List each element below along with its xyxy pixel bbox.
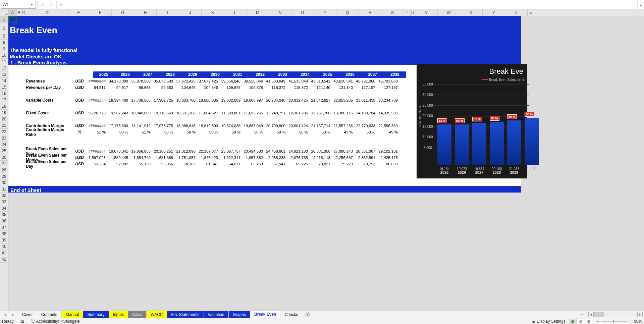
cell-value[interactable]: 50 % — [197, 130, 219, 134]
cell-value[interactable]: 2,256,687 — [332, 156, 354, 160]
column-header-Z[interactable]: Z — [505, 9, 528, 16]
cell-value[interactable]: 26,581,358 — [309, 149, 332, 153]
cell-value[interactable]: 56,056 — [152, 162, 174, 166]
cell-value[interactable]: 1,681,688 — [152, 156, 174, 160]
row-header-14[interactable]: 14 — [0, 78, 8, 84]
cell-value[interactable]: 50 % — [219, 130, 242, 134]
sheet-tab-manual[interactable]: Manual — [62, 311, 83, 318]
cell-value[interactable]: 11,064,527 — [197, 111, 219, 115]
row-header-18[interactable]: 18 — [0, 103, 8, 110]
cell-value[interactable]: 22,556,359 — [377, 124, 399, 128]
hscroll-left-icon[interactable]: ◄ — [588, 312, 594, 317]
row-header-19[interactable]: 19 — [0, 110, 8, 116]
cell-value[interactable]: 41,533,849 — [264, 79, 287, 83]
cell-value[interactable]: 35,878,500 — [152, 79, 174, 83]
cell-value[interactable]: 13,386,115 — [332, 111, 354, 115]
row-header-13[interactable]: 13 — [0, 71, 8, 78]
display-settings-button[interactable]: ▣ Display Settings — [532, 319, 566, 324]
confirm-icon[interactable]: ✓ — [48, 2, 54, 7]
row-header-17[interactable]: 17 — [0, 97, 8, 103]
column-header-Y[interactable]: Y — [483, 9, 505, 16]
column-header-D[interactable]: D — [26, 9, 68, 16]
sheet-tab-valuation[interactable]: Valuation — [204, 311, 229, 318]
cell-value[interactable]: 65,263 — [242, 162, 264, 166]
select-all-corner[interactable] — [0, 9, 8, 16]
cell-value[interactable]: 39,556,046 — [242, 79, 264, 83]
row-header-42[interactable]: 42 — [0, 256, 8, 263]
row-header-11[interactable]: 11 — [0, 59, 8, 65]
column-header-V[interactable]: V — [415, 9, 438, 16]
grid-area[interactable]: Break Even The Model is fully functional… — [8, 16, 644, 311]
cell-value[interactable]: 2,038,238 — [264, 156, 287, 160]
cancel-icon[interactable]: ✕ — [40, 2, 46, 7]
row-header-15[interactable]: 15 — [0, 84, 8, 91]
row-header-39[interactable]: 39 — [0, 237, 8, 244]
cell-value[interactable]: 27,080,243 — [332, 149, 354, 153]
cell-value[interactable]: ######## — [86, 124, 107, 128]
hscroll-track[interactable] — [594, 312, 637, 317]
column-header-Q[interactable]: Q — [336, 9, 359, 16]
column-header-U[interactable]: U — [411, 9, 415, 16]
cell-value[interactable]: 50 % — [174, 130, 197, 134]
column-header-L[interactable]: L — [224, 9, 247, 16]
cell-value[interactable]: 10,110,669 — [152, 111, 174, 115]
column-header-R[interactable]: R — [359, 9, 381, 16]
sheet-tab-checks[interactable]: Checks — [280, 311, 302, 318]
row-header-29[interactable]: 29 — [0, 173, 8, 180]
cell-value[interactable]: 94,917 — [107, 86, 129, 90]
cell-value[interactable]: 22,779,633 — [354, 124, 377, 128]
cell-value[interactable]: 20,799,800 — [264, 124, 287, 128]
cell-value[interactable]: 24,921,180 — [287, 149, 309, 153]
cell-value[interactable]: 51 % — [86, 130, 107, 134]
cell-value[interactable]: 1,846,423 — [197, 156, 219, 160]
sheet-tab-inputs[interactable]: Inputs — [109, 311, 128, 318]
column-header-B[interactable]: B — [17, 9, 21, 16]
cell-value[interactable]: 45,791,068 — [354, 79, 377, 83]
row-header-35[interactable]: 35 — [0, 212, 8, 218]
column-header-S[interactable]: S — [381, 9, 404, 16]
cell-value[interactable]: 127,197 — [377, 86, 399, 90]
cell-value[interactable]: 10,591,368 — [174, 111, 197, 115]
row-header-41[interactable]: 41 — [0, 250, 8, 256]
cell-value[interactable]: 28,351,087 — [354, 149, 377, 153]
cell-value[interactable]: 127,197 — [354, 86, 377, 90]
tab-prev-icon[interactable]: ◄ — [2, 313, 8, 317]
row-header-10[interactable]: 10 — [0, 52, 8, 59]
cell-value[interactable]: 11,589,861 — [219, 111, 242, 115]
cell-value[interactable]: 18,988,645 — [174, 124, 197, 128]
hscroll-right-icon[interactable]: ► — [637, 312, 643, 317]
cell-value[interactable]: 104,646 — [174, 86, 197, 90]
cell-value[interactable]: 21,012,690 — [174, 149, 197, 153]
row-header-34[interactable]: 34 — [0, 205, 8, 212]
cell-value[interactable]: 24,458,861 — [264, 149, 287, 153]
cell-value[interactable]: 104,646 — [197, 86, 219, 90]
row-header-37[interactable]: 37 — [0, 224, 8, 231]
cell-value[interactable]: 23,234,709 — [377, 98, 399, 102]
cell-value[interactable]: 45,791,068 — [377, 79, 399, 83]
cell-value[interactable]: 2,215,113 — [309, 156, 332, 160]
cell-value[interactable]: 75,223 — [332, 162, 354, 166]
row-header-22[interactable]: 22 — [0, 129, 8, 135]
cell-value[interactable]: 37,672,425 — [197, 79, 219, 83]
cell-value[interactable]: 115,372 — [287, 86, 309, 90]
cell-value[interactable]: 78,753 — [354, 162, 377, 166]
cell-value[interactable]: 73,837 — [309, 162, 332, 166]
cell-value[interactable]: 51 % — [129, 130, 152, 134]
cell-value[interactable]: 18,683,780 — [174, 98, 197, 102]
cell-value[interactable]: 22,053,285 — [332, 98, 354, 102]
cell-value[interactable]: 23,494,580 — [242, 149, 264, 153]
row-header-30[interactable]: 30 — [0, 180, 8, 186]
row-header-5[interactable]: 5 — [0, 33, 8, 40]
cell-value[interactable]: 49 % — [377, 130, 399, 134]
cell-value[interactable]: 39,556,046 — [219, 79, 242, 83]
cell-value[interactable]: 50 % — [152, 130, 174, 134]
sheet-tab-summary[interactable]: Summary — [83, 311, 109, 318]
sheet-tab-fin-statements[interactable]: Fin. Statements — [167, 311, 204, 318]
cell-value[interactable]: 19,868,997 — [242, 98, 264, 102]
cell-value[interactable]: 9,587,243 — [107, 111, 129, 115]
tab-next-icon[interactable]: ► — [10, 313, 16, 317]
cell-value[interactable]: 1,751,057 — [174, 156, 197, 160]
page-break-view-icon[interactable]: ▥ — [585, 319, 593, 324]
fx-label[interactable]: fx — [57, 2, 65, 7]
cell-value[interactable]: 20,601,424 — [287, 124, 309, 128]
